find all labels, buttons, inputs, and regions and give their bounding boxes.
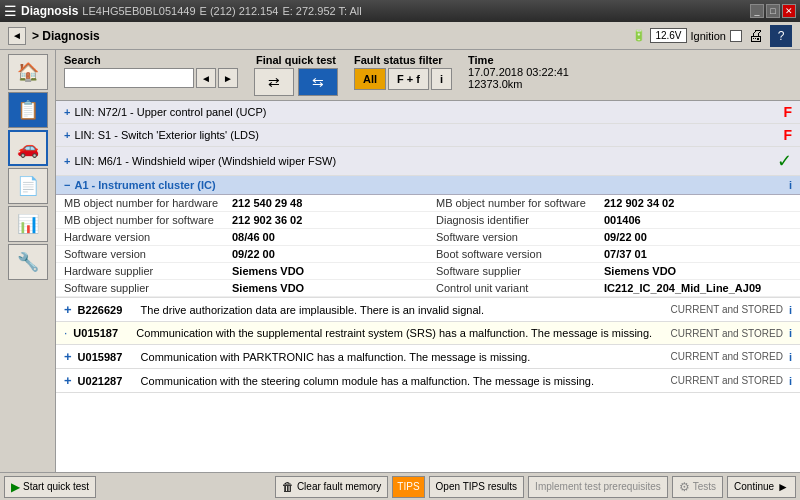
- clear-icon: 🗑: [282, 480, 294, 494]
- main-layout: 🏠 📋 🚗 📄 📊 🔧 Search ◄ ► Final quick test …: [0, 50, 800, 472]
- sidebar-item-diagnosis[interactable]: 📋: [8, 92, 48, 128]
- info-cell-2-right: Software version 09/22 00: [428, 229, 800, 246]
- back-button[interactable]: ◄: [8, 27, 26, 45]
- fault-text-2: Communication with PARKTRONIC has a malf…: [141, 351, 671, 363]
- sidebar-item-tools[interactable]: 🔧: [8, 244, 48, 280]
- lin-status-2: ✓: [777, 150, 792, 172]
- info-val-4-l: Siemens VDO: [232, 265, 304, 277]
- info-val-5-l: Siemens VDO: [232, 282, 304, 294]
- app-title: Diagnosis: [21, 4, 78, 18]
- fault-expand-1[interactable]: ·: [64, 326, 67, 340]
- fault-expand-0[interactable]: +: [64, 302, 72, 317]
- start-quick-test-label: Start quick test: [23, 481, 89, 492]
- final-test-btn1[interactable]: ⇄: [254, 68, 294, 96]
- sidebar-item-docs[interactable]: 📄: [8, 168, 48, 204]
- sidebar-item-car[interactable]: 🚗: [8, 130, 48, 166]
- print-icon[interactable]: 🖨: [748, 27, 764, 45]
- filter-all-button[interactable]: All: [354, 68, 386, 90]
- info-key-0-l: MB object number for hardware: [64, 197, 224, 209]
- fault-item-0[interactable]: + B226629 The drive authorization data a…: [56, 298, 800, 322]
- filter-fplusf-button[interactable]: F + f: [388, 68, 429, 90]
- search-next-button[interactable]: ►: [218, 68, 238, 88]
- open-tips-button[interactable]: Open TIPS results: [429, 476, 525, 498]
- fault-status-3: CURRENT and STORED: [671, 375, 783, 386]
- expand-icon-0: +: [64, 106, 70, 118]
- menu-icon[interactable]: ☰: [4, 3, 17, 19]
- start-icon: ▶: [11, 480, 20, 494]
- ecu-info: E (212) 212.154: [200, 5, 279, 17]
- fault-text-0: The drive authorization data are implaus…: [141, 304, 671, 316]
- lin-item-1[interactable]: + LIN: S1 - Switch 'Exterior lights' (LD…: [56, 124, 800, 147]
- ecu-info2: E: 272.952 T: All: [282, 5, 361, 17]
- info-cell-1-right: Diagnosis identifier 001406: [428, 212, 800, 229]
- a1-section-header[interactable]: − A1 - Instrument cluster (IC) i: [56, 176, 800, 195]
- info-val-0-r: 212 902 34 02: [604, 197, 674, 209]
- info-key-4-r: Software supplier: [436, 265, 596, 277]
- implement-test-button[interactable]: Implement test prerequisites: [528, 476, 668, 498]
- info-key-1-r: Diagnosis identifier: [436, 214, 596, 226]
- fault-code-3: U021287: [78, 375, 133, 387]
- info-val-1-r: 001406: [604, 214, 641, 226]
- info-key-2-r: Software version: [436, 231, 596, 243]
- final-test-btn2[interactable]: ⇆: [298, 68, 338, 96]
- info-cell-3-right: Boot software version 07/37 01: [428, 246, 800, 263]
- time-value: 17.07.2018 03:22:41: [468, 66, 569, 78]
- nav-bar: ◄ > Diagnosis 🔋 12.6V Ignition 🖨 ?: [0, 22, 800, 50]
- open-tips-label: Open TIPS results: [436, 481, 518, 492]
- info-val-5-r: IC212_IC_204_Mid_Line_AJ09: [604, 282, 761, 294]
- fault-info-3[interactable]: i: [789, 375, 792, 387]
- fault-expand-2[interactable]: +: [64, 349, 72, 364]
- close-button[interactable]: ✕: [782, 4, 796, 18]
- bottom-bar: ▶ Start quick test 🗑 Clear fault memory …: [0, 472, 800, 500]
- start-quick-test-button[interactable]: ▶ Start quick test: [4, 476, 96, 498]
- info-key-1-l: MB object number for software: [64, 214, 224, 226]
- fault-info-1[interactable]: i: [789, 327, 792, 339]
- fault-code-0: B226629: [78, 304, 133, 316]
- fault-status-1: CURRENT and STORED: [671, 328, 783, 339]
- breadcrumb: > Diagnosis: [32, 29, 100, 43]
- info-val-3-l: 09/22 00: [232, 248, 275, 260]
- expand-icon-1: +: [64, 129, 70, 141]
- a1-info-icon[interactable]: i: [789, 179, 792, 191]
- ignition-checkbox[interactable]: [730, 30, 742, 42]
- tests-button[interactable]: ⚙ Tests: [672, 476, 723, 498]
- fault-item-1[interactable]: · U015187 Communication with the supplem…: [56, 322, 800, 345]
- lin-item-2[interactable]: + LIN: M6/1 - Windshield wiper (Windshie…: [56, 147, 800, 176]
- clear-fault-button[interactable]: 🗑 Clear fault memory: [275, 476, 388, 498]
- fault-info-0[interactable]: i: [789, 304, 792, 316]
- info-val-4-r: Siemens VDO: [604, 265, 676, 277]
- title-bar: ☰ Diagnosis LE4HG5EB0BL051449 E (212) 21…: [0, 0, 800, 22]
- search-input[interactable]: [64, 68, 194, 88]
- info-val-2-r: 09/22 00: [604, 231, 647, 243]
- ignition-label: Ignition: [691, 30, 726, 42]
- info-cell-0-left: MB object number for hardware 212 540 29…: [56, 195, 428, 212]
- info-cell-5-right: Control unit variant IC212_IC_204_Mid_Li…: [428, 280, 800, 297]
- lin-item-0[interactable]: + LIN: N72/1 - Upper control panel (UCP)…: [56, 101, 800, 124]
- minimize-button[interactable]: _: [750, 4, 764, 18]
- tests-icon: ⚙: [679, 480, 690, 494]
- info-key-5-r: Control unit variant: [436, 282, 596, 294]
- info-key-3-r: Boot software version: [436, 248, 596, 260]
- sidebar-item-data[interactable]: 📊: [8, 206, 48, 242]
- filter-info-button[interactable]: i: [431, 68, 452, 90]
- maximize-button[interactable]: □: [766, 4, 780, 18]
- fault-item-2[interactable]: + U015987 Communication with PARKTRONIC …: [56, 345, 800, 369]
- a1-expand-icon[interactable]: −: [64, 179, 70, 191]
- info-cell-4-right: Software supplier Siemens VDO: [428, 263, 800, 280]
- clear-fault-label: Clear fault memory: [297, 481, 381, 492]
- sidebar-item-home[interactable]: 🏠: [8, 54, 48, 90]
- fault-item-3[interactable]: + U021287 Communication with the steerin…: [56, 369, 800, 393]
- info-cell-0-right: MB object number for software 212 902 34…: [428, 195, 800, 212]
- info-cell-1-left: MB object number for software 212 902 36…: [56, 212, 428, 229]
- continue-button[interactable]: Continue ►: [727, 476, 796, 498]
- info-val-2-l: 08/46 00: [232, 231, 275, 243]
- info-table: MB object number for hardware 212 540 29…: [56, 195, 800, 298]
- fault-info-2[interactable]: i: [789, 351, 792, 363]
- fault-code-1: U015187: [73, 327, 128, 339]
- info-val-1-l: 212 902 36 02: [232, 214, 302, 226]
- vin-label: LE4HG5EB0BL051449: [82, 5, 195, 17]
- info-cell-4-left: Hardware supplier Siemens VDO: [56, 263, 428, 280]
- fault-expand-3[interactable]: +: [64, 373, 72, 388]
- search-prev-button[interactable]: ◄: [196, 68, 216, 88]
- help-icon[interactable]: ?: [770, 25, 792, 47]
